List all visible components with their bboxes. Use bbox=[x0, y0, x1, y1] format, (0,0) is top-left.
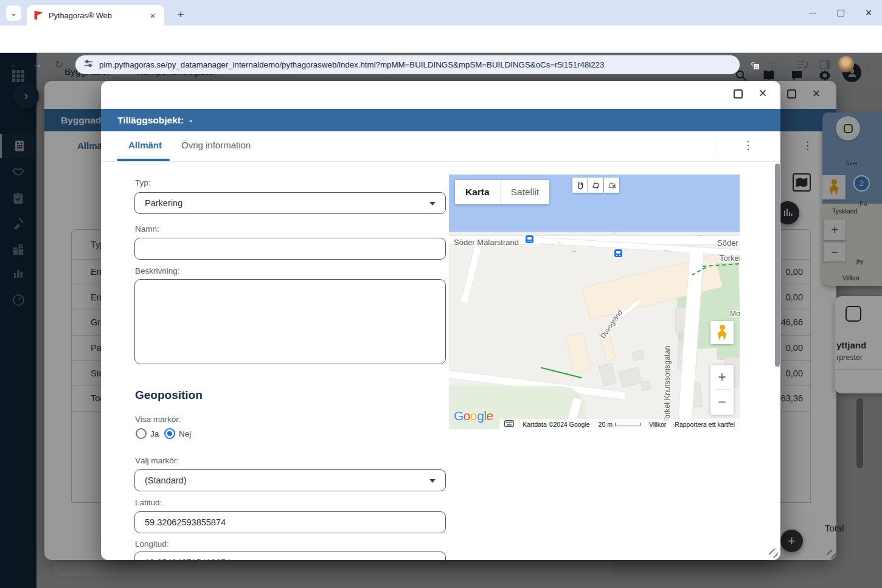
map-canvas[interactable]: Söder Mälarstrand Söder Torkel Duvogränd… bbox=[449, 175, 740, 429]
bus-stop-icon[interactable] bbox=[526, 235, 533, 243]
browser-chrome: ⌄ Pythagoras® Web × + × ← → ↻ pim.pythag… bbox=[0, 0, 882, 53]
tabbar-separator bbox=[715, 136, 715, 157]
namn-input[interactable] bbox=[134, 238, 446, 260]
typ-label: Typ: bbox=[135, 178, 151, 187]
draw-toolbar bbox=[572, 178, 619, 193]
map-road bbox=[460, 246, 482, 303]
bookmark-star-icon[interactable]: ☆ bbox=[765, 56, 782, 73]
beskrivning-label: Beskrivning: bbox=[135, 266, 180, 275]
valj-markor-label: Välj markör: bbox=[135, 456, 179, 465]
reload-icon[interactable]: ↻ bbox=[51, 57, 67, 72]
browser-tab[interactable]: Pythagoras® Web × bbox=[27, 5, 164, 26]
road-arrow: ← bbox=[697, 230, 704, 238]
pythagoras-favicon-icon bbox=[34, 11, 43, 20]
bus-stop-icon[interactable] bbox=[614, 249, 622, 257]
tab-strip: ⌄ Pythagoras® Web × + × bbox=[0, 0, 882, 26]
window-controls: × bbox=[808, 0, 877, 26]
beskrivning-textarea[interactable] bbox=[134, 279, 446, 364]
screen: Byggnader Komponentregister › .15 bbox=[0, 0, 882, 588]
zoom-control: + − bbox=[710, 365, 734, 415]
place-label: Mo bbox=[730, 310, 740, 318]
tabs-divider bbox=[101, 161, 780, 162]
modal-scrollbar-thumb[interactable] bbox=[775, 164, 780, 367]
window-close-icon[interactable]: × bbox=[864, 8, 873, 18]
browser-toolbar: ← → ↻ pim.pythagoras.se/py_datamanager_i… bbox=[0, 26, 882, 53]
close-icon[interactable]: × bbox=[757, 87, 769, 99]
map-building bbox=[565, 332, 592, 373]
street-label: Söder bbox=[717, 238, 738, 247]
map-building bbox=[631, 350, 644, 361]
resize-grip[interactable] bbox=[769, 548, 778, 558]
zoom-out-button[interactable]: − bbox=[710, 390, 734, 414]
modal-titlebar: Tilläggsobjekt: - bbox=[101, 109, 780, 131]
modal-title: Tilläggsobjekt: bbox=[117, 115, 184, 126]
street-label: Torkel bbox=[720, 254, 740, 263]
valj-markor-select[interactable]: (Standard) bbox=[134, 469, 446, 491]
pegman-icon[interactable] bbox=[710, 321, 734, 344]
google-logo[interactable]: Google bbox=[454, 409, 493, 423]
map-building bbox=[618, 367, 642, 387]
keyboard-icon[interactable] bbox=[504, 420, 514, 428]
tab-allmant[interactable]: Allmänt bbox=[128, 140, 162, 150]
maximize-icon[interactable] bbox=[732, 88, 744, 100]
map-building bbox=[641, 381, 651, 392]
map-attribution-bar: Kartdata ©2024 Google 20 m Villkor Rappo… bbox=[499, 419, 740, 429]
road-arrow: ← bbox=[612, 228, 619, 235]
report-map-error-link[interactable]: Rapportera ett kartfel bbox=[675, 421, 735, 428]
tab-close-icon[interactable]: × bbox=[147, 10, 158, 21]
map-type-karta[interactable]: Karta bbox=[455, 180, 500, 204]
road-arrow: → bbox=[571, 246, 577, 254]
draw-polygon-tool[interactable] bbox=[588, 178, 603, 193]
modal-title-value: - bbox=[189, 115, 192, 126]
tab-ovrig-information[interactable]: Övrig information bbox=[181, 140, 251, 150]
geoposition-heading: Geoposition bbox=[135, 389, 203, 402]
address-bar[interactable]: pim.pythagoras.se/py_datamanager_interna… bbox=[75, 55, 740, 74]
visa-markor-label: Visa markör: bbox=[135, 415, 181, 424]
browser-profile-avatar[interactable] bbox=[838, 56, 854, 72]
road-arrow: → bbox=[663, 246, 670, 253]
longitud-label: Longitud: bbox=[135, 539, 169, 548]
radio-nej[interactable] bbox=[164, 428, 175, 439]
map-attribution: Kartdata ©2024 Google bbox=[523, 421, 589, 428]
svg-text:A: A bbox=[754, 63, 758, 69]
latitud-input[interactable] bbox=[134, 511, 446, 533]
media-controls-icon[interactable] bbox=[794, 56, 811, 73]
typ-value: Parkering bbox=[145, 198, 182, 208]
window-minimize-icon[interactable] bbox=[808, 8, 818, 18]
browser-menu-kebab-icon[interactable]: ⋮ bbox=[860, 56, 877, 73]
kebab-menu-icon[interactable]: ⋮ bbox=[743, 139, 754, 152]
tab-search-icon[interactable]: ⌄ bbox=[6, 5, 21, 21]
map-type-satellit[interactable]: Satellit bbox=[501, 180, 550, 204]
map-building bbox=[599, 363, 617, 386]
zoom-in-button[interactable]: + bbox=[710, 365, 734, 389]
namn-label: Namn: bbox=[135, 224, 159, 233]
latitud-label: Latitud: bbox=[135, 498, 162, 507]
chevron-down-icon bbox=[429, 479, 436, 483]
side-panel-icon[interactable] bbox=[816, 56, 833, 73]
translate-icon[interactable]: GA bbox=[746, 56, 763, 73]
map-scale: 20 m bbox=[599, 421, 641, 428]
valj-markor-value: (Standard) bbox=[145, 476, 187, 485]
delete-polygon-tool[interactable] bbox=[604, 178, 619, 193]
new-tab-icon[interactable]: + bbox=[172, 6, 189, 23]
street-label: Torkel Knutssonsgatan bbox=[663, 277, 672, 423]
back-icon[interactable]: ← bbox=[7, 57, 23, 72]
road-arrow: ← bbox=[495, 237, 501, 244]
radio-ja-label[interactable]: Ja bbox=[150, 429, 159, 438]
chevron-down-icon bbox=[429, 202, 436, 206]
tab-title: Pythagoras® Web bbox=[49, 11, 147, 20]
forward-icon[interactable]: → bbox=[29, 57, 45, 72]
terms-link[interactable]: Villkor bbox=[649, 421, 666, 428]
url-text: pim.pythagoras.se/py_datamanager_interna… bbox=[99, 60, 604, 69]
window-maximize-icon[interactable] bbox=[836, 8, 846, 18]
site-settings-icon[interactable] bbox=[84, 59, 93, 71]
longitud-input[interactable] bbox=[134, 552, 446, 560]
tillaggsobjekt-modal: × Tilläggsobjekt: - Allmänt Övrig inform… bbox=[101, 81, 780, 560]
pan-hand-tool[interactable] bbox=[572, 178, 588, 193]
radio-nej-label[interactable]: Nej bbox=[179, 429, 191, 438]
street-label: Söder Mälarstrand bbox=[454, 238, 519, 247]
typ-select[interactable]: Parkering bbox=[134, 192, 446, 214]
map-type-toggle: Karta Satellit bbox=[455, 180, 549, 204]
road-arrow: ← bbox=[557, 238, 564, 245]
radio-ja[interactable] bbox=[136, 428, 147, 439]
